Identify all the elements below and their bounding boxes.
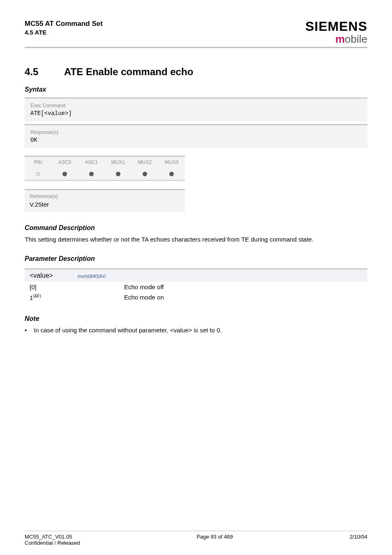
parameter-header: <value>(num)(&W)(&V) bbox=[25, 269, 367, 282]
note-text-param: <value> bbox=[170, 327, 192, 334]
footer-version: MC55_ATC_V01.05 bbox=[25, 534, 80, 540]
parameter-rows: [0] Echo mode off 1(&F) Echo mode on bbox=[25, 282, 367, 303]
param-value-1-sup: (&F) bbox=[33, 294, 41, 298]
exec-param: <value> bbox=[44, 110, 69, 117]
header-divider bbox=[25, 47, 367, 48]
note-text: In case of using the command without par… bbox=[34, 327, 222, 334]
pin-dot-4 bbox=[131, 168, 158, 180]
syntax-heading: Syntax bbox=[25, 86, 367, 93]
footer-left: MC55_ATC_V01.05 Confidential / Released bbox=[25, 534, 80, 546]
param-desc-0: Echo mode off bbox=[124, 283, 362, 290]
doc-title: MC55 AT Command Set bbox=[25, 20, 103, 28]
section-number: 4.5 bbox=[25, 66, 64, 78]
command-description-text: This setting determines whether or not t… bbox=[25, 236, 367, 243]
pin-dot-0 bbox=[25, 168, 51, 180]
param-desc-1: Echo mode on bbox=[124, 294, 362, 301]
pin-dot-2 bbox=[78, 168, 105, 180]
response-box: Response(s) OK bbox=[25, 124, 367, 148]
pin-col-2: ASC1 bbox=[78, 157, 105, 168]
pin-dot-1 bbox=[51, 168, 78, 180]
parameter-name: <value> bbox=[30, 272, 53, 279]
response-label: Response(s) bbox=[30, 129, 362, 135]
response-text: OK bbox=[30, 137, 362, 143]
parameter-description-heading: Parameter Description bbox=[25, 255, 367, 263]
footer-confidential: Confidential / Released bbox=[25, 540, 80, 546]
note-item: • In case of using the command without p… bbox=[25, 327, 367, 334]
pin-dot-3 bbox=[105, 168, 131, 180]
exec-label: Exec Command bbox=[30, 103, 362, 108]
exec-command-box: Exec Command ATE[<value>] bbox=[25, 97, 367, 122]
section-title-text: ATE Enable command echo bbox=[64, 66, 193, 77]
circle-filled-icon bbox=[169, 172, 174, 176]
page-header: MC55 AT Command Set 4.5 ATE SIEMENS mobi… bbox=[25, 20, 367, 44]
parameter-tag: (num)(&W)(&V) bbox=[78, 274, 106, 279]
siemens-wordmark: SIEMENS bbox=[305, 20, 367, 33]
note-heading: Note bbox=[25, 315, 367, 322]
pin-dot-5 bbox=[158, 168, 185, 180]
parameter-box: <value>(num)(&W)(&V) [0] Echo mode off 1… bbox=[25, 268, 367, 303]
exec-suffix: ] bbox=[68, 110, 71, 117]
bullet-icon: • bbox=[25, 327, 30, 334]
note-text-b: is set to 0. bbox=[192, 327, 222, 334]
note-list: • In case of using the command without p… bbox=[25, 327, 367, 334]
circle-open-icon bbox=[36, 172, 40, 176]
section-heading: 4.5ATE Enable command echo bbox=[25, 66, 367, 78]
pin-header-row: PIN ASC0 ASC1 MUX1 MUX2 MUX3 bbox=[25, 157, 185, 168]
mobile-rest: obile bbox=[345, 33, 367, 45]
command-description-heading: Command Description bbox=[25, 224, 367, 232]
pin-col-4: MUX2 bbox=[131, 157, 158, 168]
param-row-1: 1(&F) Echo mode on bbox=[25, 292, 367, 303]
footer-page: Page 93 of 469 bbox=[80, 534, 349, 546]
pin-col-5: MUX3 bbox=[158, 157, 185, 168]
param-value-0: [0] bbox=[30, 283, 124, 290]
header-left: MC55 AT Command Set 4.5 ATE bbox=[25, 20, 103, 36]
circle-filled-icon bbox=[116, 172, 120, 176]
circle-filled-icon bbox=[62, 172, 67, 176]
pin-table: PIN ASC0 ASC1 MUX1 MUX2 MUX3 bbox=[25, 156, 185, 181]
circle-filled-icon bbox=[89, 172, 94, 176]
brand-logo: SIEMENS mobile bbox=[305, 20, 367, 44]
reference-label: Reference(s) bbox=[30, 193, 180, 199]
doc-subtitle: 4.5 ATE bbox=[25, 29, 103, 36]
reference-value: V.25ter bbox=[30, 201, 180, 208]
reference-box: Reference(s) V.25ter bbox=[25, 189, 185, 212]
note-text-a: In case of using the command without par… bbox=[34, 327, 170, 334]
mobile-wordmark: mobile bbox=[305, 34, 367, 44]
exec-command: ATE[<value>] bbox=[30, 110, 362, 117]
pin-col-0: PIN bbox=[25, 157, 51, 168]
pin-dot-row bbox=[25, 168, 185, 180]
page-footer: MC55_ATC_V01.05 Confidential / Released … bbox=[25, 531, 367, 546]
exec-prefix: ATE[ bbox=[30, 110, 44, 117]
circle-filled-icon bbox=[143, 172, 147, 176]
param-value-1: 1(&F) bbox=[30, 294, 124, 301]
pin-col-1: ASC0 bbox=[51, 157, 78, 168]
footer-date: 2/10/04 bbox=[350, 534, 367, 546]
param-row-0: [0] Echo mode off bbox=[25, 282, 367, 292]
mobile-m: m bbox=[335, 33, 345, 45]
pin-col-3: MUX1 bbox=[105, 157, 131, 168]
